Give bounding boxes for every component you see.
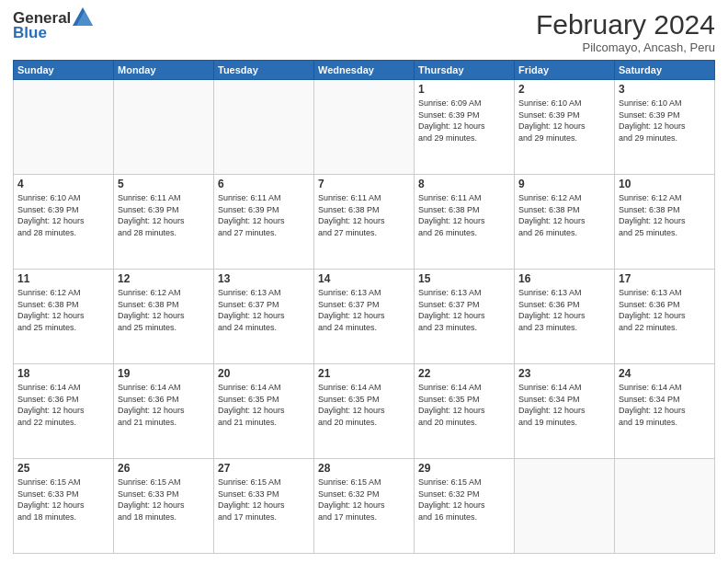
day-number: 12	[118, 272, 210, 285]
day-info: Sunrise: 6:13 AMSunset: 6:37 PMDaylight:…	[318, 287, 410, 333]
table-row: 17Sunrise: 6:13 AMSunset: 6:36 PMDayligh…	[615, 270, 715, 364]
header: General Blue February 2024 Pilcomayo, An…	[13, 9, 715, 54]
logo-icon	[73, 7, 93, 26]
table-row: 13Sunrise: 6:13 AMSunset: 6:37 PMDayligh…	[214, 270, 314, 364]
title-block: February 2024 Pilcomayo, Ancash, Peru	[536, 9, 715, 54]
day-info: Sunrise: 6:12 AMSunset: 6:38 PMDaylight:…	[619, 192, 711, 238]
col-wednesday: Wednesday	[314, 61, 415, 80]
day-info: Sunrise: 6:10 AMSunset: 6:39 PMDaylight:…	[619, 98, 711, 144]
day-info: Sunrise: 6:14 AMSunset: 6:35 PMDaylight:…	[218, 382, 310, 428]
day-number: 14	[318, 272, 410, 285]
day-info: Sunrise: 6:13 AMSunset: 6:36 PMDaylight:…	[518, 287, 610, 333]
table-row: 16Sunrise: 6:13 AMSunset: 6:36 PMDayligh…	[515, 270, 615, 364]
day-number: 29	[418, 462, 510, 475]
day-number: 20	[218, 367, 310, 380]
day-number: 18	[17, 367, 109, 380]
col-thursday: Thursday	[415, 61, 515, 80]
table-row: 9Sunrise: 6:12 AMSunset: 6:38 PMDaylight…	[515, 175, 615, 270]
table-row	[314, 80, 415, 175]
day-info: Sunrise: 6:15 AMSunset: 6:33 PMDaylight:…	[118, 477, 210, 523]
day-info: Sunrise: 6:14 AMSunset: 6:35 PMDaylight:…	[418, 382, 510, 428]
table-row: 15Sunrise: 6:13 AMSunset: 6:37 PMDayligh…	[415, 270, 515, 364]
table-row: 29Sunrise: 6:15 AMSunset: 6:32 PMDayligh…	[415, 459, 515, 554]
day-number: 13	[218, 272, 310, 285]
calendar-week-row: 18Sunrise: 6:14 AMSunset: 6:36 PMDayligh…	[14, 364, 715, 459]
table-row: 21Sunrise: 6:14 AMSunset: 6:35 PMDayligh…	[314, 364, 415, 459]
col-saturday: Saturday	[615, 61, 715, 80]
table-row	[214, 80, 314, 175]
day-info: Sunrise: 6:12 AMSunset: 6:38 PMDaylight:…	[118, 287, 210, 333]
table-row	[615, 459, 715, 554]
day-info: Sunrise: 6:12 AMSunset: 6:38 PMDaylight:…	[17, 287, 109, 333]
day-info: Sunrise: 6:12 AMSunset: 6:38 PMDaylight:…	[518, 192, 610, 238]
table-row: 18Sunrise: 6:14 AMSunset: 6:36 PMDayligh…	[14, 364, 114, 459]
day-number: 21	[318, 367, 410, 380]
day-number: 24	[619, 367, 711, 380]
day-info: Sunrise: 6:11 AMSunset: 6:39 PMDaylight:…	[218, 192, 310, 238]
day-info: Sunrise: 6:15 AMSunset: 6:33 PMDaylight:…	[17, 477, 109, 523]
day-info: Sunrise: 6:13 AMSunset: 6:36 PMDaylight:…	[619, 287, 711, 333]
day-info: Sunrise: 6:10 AMSunset: 6:39 PMDaylight:…	[17, 192, 109, 238]
calendar-location: Pilcomayo, Ancash, Peru	[536, 40, 715, 54]
day-number: 17	[619, 272, 711, 285]
day-info: Sunrise: 6:11 AMSunset: 6:38 PMDaylight:…	[418, 192, 510, 238]
day-number: 9	[518, 178, 610, 190]
day-number: 2	[518, 83, 610, 96]
table-row: 2Sunrise: 6:10 AMSunset: 6:39 PMDaylight…	[515, 80, 615, 175]
table-row	[14, 80, 114, 175]
day-info: Sunrise: 6:15 AMSunset: 6:32 PMDaylight:…	[418, 477, 510, 523]
col-monday: Monday	[114, 61, 214, 80]
table-row: 5Sunrise: 6:11 AMSunset: 6:39 PMDaylight…	[114, 175, 214, 270]
calendar-week-row: 11Sunrise: 6:12 AMSunset: 6:38 PMDayligh…	[14, 270, 715, 364]
table-row: 4Sunrise: 6:10 AMSunset: 6:39 PMDaylight…	[14, 175, 114, 270]
day-number: 22	[418, 367, 510, 380]
day-number: 7	[318, 178, 410, 190]
table-row: 10Sunrise: 6:12 AMSunset: 6:38 PMDayligh…	[615, 175, 715, 270]
day-info: Sunrise: 6:14 AMSunset: 6:35 PMDaylight:…	[318, 382, 410, 428]
table-row: 7Sunrise: 6:11 AMSunset: 6:38 PMDaylight…	[314, 175, 415, 270]
day-info: Sunrise: 6:10 AMSunset: 6:39 PMDaylight:…	[518, 98, 610, 144]
calendar-week-row: 1Sunrise: 6:09 AMSunset: 6:39 PMDaylight…	[14, 80, 715, 175]
calendar-header-row: Sunday Monday Tuesday Wednesday Thursday…	[14, 61, 715, 80]
table-row: 11Sunrise: 6:12 AMSunset: 6:38 PMDayligh…	[14, 270, 114, 364]
col-sunday: Sunday	[14, 61, 114, 80]
table-row: 1Sunrise: 6:09 AMSunset: 6:39 PMDaylight…	[415, 80, 515, 175]
page: General Blue February 2024 Pilcomayo, An…	[0, 0, 728, 563]
day-number: 8	[418, 178, 510, 190]
logo: General Blue	[13, 9, 93, 42]
day-number: 19	[118, 367, 210, 380]
day-number: 6	[218, 178, 310, 190]
day-number: 25	[17, 462, 109, 475]
table-row: 26Sunrise: 6:15 AMSunset: 6:33 PMDayligh…	[114, 459, 214, 554]
table-row: 3Sunrise: 6:10 AMSunset: 6:39 PMDaylight…	[615, 80, 715, 175]
table-row: 8Sunrise: 6:11 AMSunset: 6:38 PMDaylight…	[415, 175, 515, 270]
day-info: Sunrise: 6:14 AMSunset: 6:34 PMDaylight:…	[518, 382, 610, 428]
table-row: 20Sunrise: 6:14 AMSunset: 6:35 PMDayligh…	[214, 364, 314, 459]
logo-blue-text: Blue	[13, 24, 47, 42]
table-row: 23Sunrise: 6:14 AMSunset: 6:34 PMDayligh…	[515, 364, 615, 459]
day-info: Sunrise: 6:14 AMSunset: 6:36 PMDaylight:…	[17, 382, 109, 428]
day-info: Sunrise: 6:13 AMSunset: 6:37 PMDaylight:…	[418, 287, 510, 333]
table-row: 28Sunrise: 6:15 AMSunset: 6:32 PMDayligh…	[314, 459, 415, 554]
table-row: 24Sunrise: 6:14 AMSunset: 6:34 PMDayligh…	[615, 364, 715, 459]
table-row: 12Sunrise: 6:12 AMSunset: 6:38 PMDayligh…	[114, 270, 214, 364]
table-row: 19Sunrise: 6:14 AMSunset: 6:36 PMDayligh…	[114, 364, 214, 459]
calendar-week-row: 25Sunrise: 6:15 AMSunset: 6:33 PMDayligh…	[14, 459, 715, 554]
day-number: 27	[218, 462, 310, 475]
day-number: 10	[619, 178, 711, 190]
col-tuesday: Tuesday	[214, 61, 314, 80]
day-info: Sunrise: 6:14 AMSunset: 6:34 PMDaylight:…	[619, 382, 711, 428]
day-info: Sunrise: 6:14 AMSunset: 6:36 PMDaylight:…	[118, 382, 210, 428]
day-info: Sunrise: 6:11 AMSunset: 6:39 PMDaylight:…	[118, 192, 210, 238]
calendar-table: Sunday Monday Tuesday Wednesday Thursday…	[13, 60, 715, 554]
day-info: Sunrise: 6:11 AMSunset: 6:38 PMDaylight:…	[318, 192, 410, 238]
calendar-week-row: 4Sunrise: 6:10 AMSunset: 6:39 PMDaylight…	[14, 175, 715, 270]
table-row: 22Sunrise: 6:14 AMSunset: 6:35 PMDayligh…	[415, 364, 515, 459]
day-number: 23	[518, 367, 610, 380]
table-row: 27Sunrise: 6:15 AMSunset: 6:33 PMDayligh…	[214, 459, 314, 554]
day-number: 15	[418, 272, 510, 285]
day-number: 5	[118, 178, 210, 190]
day-number: 26	[118, 462, 210, 475]
table-row: 6Sunrise: 6:11 AMSunset: 6:39 PMDaylight…	[214, 175, 314, 270]
day-number: 4	[17, 178, 109, 190]
